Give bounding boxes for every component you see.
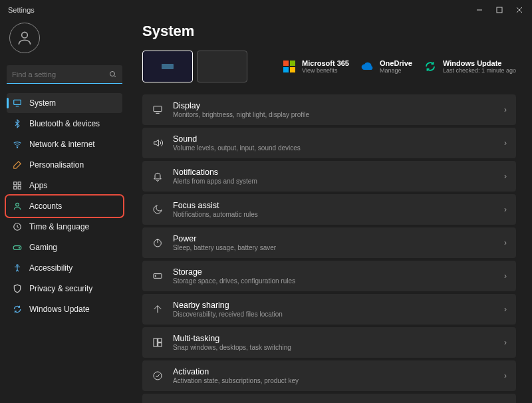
svg-rect-22 <box>283 67 289 72</box>
update-icon <box>12 304 23 315</box>
chevron-right-icon: › <box>504 305 507 314</box>
svg-rect-32 <box>158 343 162 346</box>
display-icon <box>152 104 164 116</box>
share-icon <box>152 303 164 315</box>
wrench-icon <box>152 400 164 403</box>
hero-update[interactable]: Windows UpdateLast checked: 1 minute ago <box>423 59 516 74</box>
close-button[interactable] <box>509 0 529 20</box>
settings-list: DisplayMonitors, brightness, night light… <box>142 94 516 403</box>
chevron-right-icon: › <box>504 105 507 114</box>
search-icon <box>109 70 117 78</box>
svg-line-6 <box>114 75 116 77</box>
sound-icon <box>152 137 164 149</box>
row-activation[interactable]: ActivationActivation state, subscription… <box>142 360 516 391</box>
maximize-button[interactable] <box>489 0 509 20</box>
wifi-icon <box>12 139 23 150</box>
nav-accounts[interactable]: Accounts <box>7 196 122 216</box>
chevron-right-icon: › <box>504 371 507 380</box>
row-display[interactable]: DisplayMonitors, brightness, night light… <box>142 94 516 125</box>
svg-point-14 <box>16 203 19 206</box>
row-power[interactable]: PowerSleep, battery usage, battery saver… <box>142 227 516 258</box>
chevron-right-icon: › <box>504 238 507 247</box>
svg-rect-13 <box>18 186 21 189</box>
svg-rect-23 <box>290 67 295 72</box>
search-input[interactable] <box>12 70 109 78</box>
sidebar: System Bluetooth & devices Network & int… <box>0 20 129 403</box>
user-avatar[interactable] <box>9 23 40 53</box>
nav-bluetooth[interactable]: Bluetooth & devices <box>7 114 122 134</box>
nav-list: System Bluetooth & devices Network & int… <box>7 93 122 319</box>
system-icon <box>12 98 23 108</box>
hero-onedrive[interactable]: OneDriveManage <box>360 59 412 74</box>
svg-rect-30 <box>154 338 157 346</box>
bluetooth-icon <box>12 118 23 129</box>
nav-update[interactable]: Windows Update <box>7 299 122 319</box>
svg-rect-31 <box>158 338 162 342</box>
svg-rect-10 <box>14 182 17 185</box>
nav-gaming[interactable]: Gaming <box>7 237 122 257</box>
chevron-right-icon: › <box>504 172 507 181</box>
nav-system[interactable]: System <box>7 93 122 113</box>
apps-icon <box>12 180 23 191</box>
minimize-button[interactable] <box>469 0 489 20</box>
hero-row: Microsoft 365View benefits OneDriveManag… <box>142 51 516 82</box>
row-focus[interactable]: Focus assistNotifications, automatic rul… <box>142 194 516 225</box>
svg-point-33 <box>154 372 162 380</box>
onedrive-icon <box>360 59 374 74</box>
window-title: Settings <box>8 6 469 14</box>
svg-point-17 <box>19 247 19 248</box>
chevron-right-icon: › <box>504 271 507 281</box>
page-title: System <box>142 23 516 40</box>
svg-point-18 <box>17 265 18 266</box>
svg-rect-7 <box>14 100 21 104</box>
row-storage[interactable]: StorageStorage space, drives, configurat… <box>142 261 516 291</box>
hero-ms365[interactable]: Microsoft 365View benefits <box>282 59 349 74</box>
svg-rect-1 <box>497 7 502 13</box>
chevron-right-icon: › <box>504 205 507 214</box>
windows-update-icon <box>423 59 438 74</box>
row-notifications[interactable]: NotificationsAlerts from apps and system… <box>142 161 516 192</box>
row-sound[interactable]: SoundVolume levels, output, input, sound… <box>142 128 516 158</box>
display-thumb-1[interactable] <box>142 51 193 82</box>
svg-rect-21 <box>290 61 295 66</box>
row-nearby[interactable]: Nearby sharingDiscoverability, received … <box>142 294 516 325</box>
check-icon <box>152 370 164 382</box>
power-icon <box>152 237 164 249</box>
storage-icon <box>152 270 164 282</box>
row-multitask[interactable]: Multi-taskingSnap windows, desktops, tas… <box>142 327 516 358</box>
nav-personalisation[interactable]: Personalisation <box>7 155 122 175</box>
ms365-icon <box>282 59 297 74</box>
gaming-icon <box>12 242 23 253</box>
svg-point-29 <box>155 275 156 276</box>
svg-rect-20 <box>283 61 289 66</box>
bell-icon <box>152 170 164 182</box>
person-icon <box>12 201 23 211</box>
row-troubleshoot[interactable]: Troubleshoot› <box>142 394 516 403</box>
titlebar: Settings <box>0 0 532 20</box>
display-thumb-2[interactable] <box>197 51 247 82</box>
search-box[interactable] <box>7 65 122 84</box>
chevron-right-icon: › <box>504 138 507 148</box>
accessibility-icon <box>12 263 23 273</box>
svg-rect-12 <box>14 186 17 189</box>
chevron-right-icon: › <box>504 338 507 347</box>
svg-point-5 <box>110 71 115 76</box>
moon-icon <box>152 203 164 215</box>
svg-rect-19 <box>162 64 174 69</box>
multitask-icon <box>152 336 164 348</box>
nav-time[interactable]: Time & language <box>7 217 122 237</box>
svg-point-4 <box>22 32 28 38</box>
main-content: System Microsoft 365View benefits OneDri… <box>129 20 532 403</box>
shield-icon <box>12 283 23 294</box>
clock-icon <box>12 221 23 232</box>
nav-network[interactable]: Network & internet <box>7 134 122 154</box>
svg-point-9 <box>17 147 17 148</box>
nav-apps[interactable]: Apps <box>7 176 122 196</box>
nav-accessibility[interactable]: Accessibility <box>7 258 122 278</box>
svg-rect-24 <box>154 106 162 112</box>
brush-icon <box>12 160 23 170</box>
display-thumbnails <box>142 51 247 82</box>
nav-privacy[interactable]: Privacy & security <box>7 279 122 299</box>
svg-rect-11 <box>18 182 21 185</box>
